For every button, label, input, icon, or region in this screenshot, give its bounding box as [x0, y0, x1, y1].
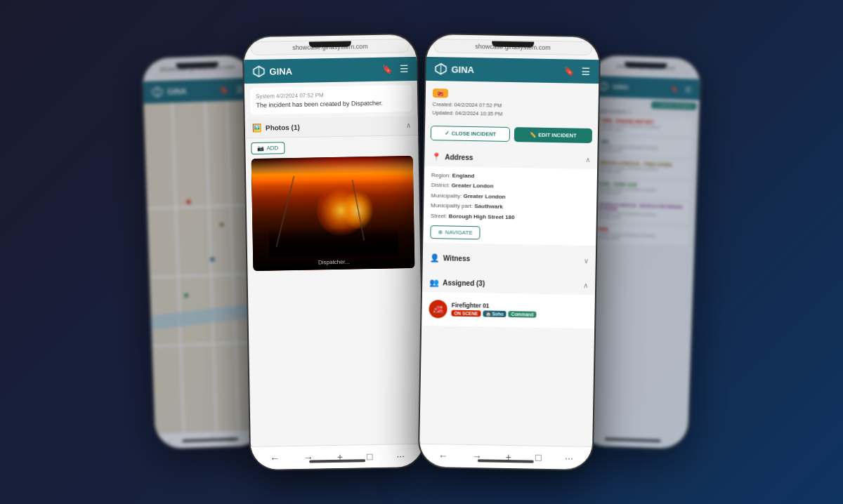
navigate-button[interactable]: ⊕ NAVIGATE — [430, 225, 481, 239]
bookmark-icon-cl[interactable]: 🔖 — [381, 65, 392, 74]
address-content: Region: England District: Greater London… — [423, 166, 597, 246]
app-name-cl: GINA — [269, 65, 292, 77]
system-message: System 4/2/2024 07:52 PM The incident ha… — [250, 85, 412, 114]
app-name-right: GINA — [613, 84, 629, 91]
location-icon: 📍 — [431, 152, 441, 161]
incident-dates: Created: 04/2/2024 07:52 PM Updated: 04/… — [432, 100, 591, 120]
phone-center-left: showcase.ginasystem.com GINA 🔖 ☰ — [242, 33, 426, 471]
updated-date: Updated: 04/2/2024 10:35 PM — [432, 109, 591, 120]
nav-more-cl[interactable]: ··· — [396, 450, 405, 461]
add-photo-button[interactable]: 📷 ADD — [251, 142, 285, 154]
bookmark-icon-left: 🔖 — [219, 85, 229, 94]
menu-icon-cl[interactable]: ☰ — [399, 63, 408, 74]
incident-info-2: 999 Greater London (Greater London) 22 F… — [601, 139, 688, 155]
logo-left: GINA — [152, 86, 187, 98]
action-buttons: ✓ CLOSE INCIDENT ✏️ EDIT INCIDENT — [425, 121, 599, 147]
witness-section-header[interactable]: 👤 Witness ∨ — [423, 248, 596, 270]
incident-info-3: MISCELLANEOUS - TREE DOWN Greater London… — [600, 160, 688, 176]
app-header-cr: GINA 🔖 ☰ — [426, 57, 599, 84]
header-icons-cr[interactable]: 🔖 ☰ — [563, 65, 590, 77]
bottom-nav-cl: ← → + □ ··· — [251, 444, 424, 470]
close-incident-label: CLOSE INCIDENT — [452, 131, 496, 138]
incident-info-4: CAR - JUNK CAR Greater London (Greater L… — [599, 181, 687, 197]
assigned-section: 👥 Assigned (3) ∧ 🚒 Firefighter 01 — [422, 273, 595, 329]
edit-incident-label: EDIT INCIDENT — [538, 132, 577, 139]
address-section: 📍 Address ∧ Region: England District: Gr… — [423, 147, 597, 246]
nav-sq-cl[interactable]: □ — [367, 451, 373, 462]
close-incident-button[interactable]: ✓ CLOSE INCIDENT — [431, 126, 510, 142]
assigned-label: Assigned (3) — [443, 279, 485, 287]
witness-label: Witness — [443, 254, 470, 263]
header-icons-cl[interactable]: 🔖 ☰ — [381, 63, 408, 75]
tag-command: Command — [509, 311, 537, 318]
bookmark-icon-right: 🔖 — [670, 85, 678, 92]
address-title: 📍 Address — [431, 152, 473, 162]
incident-item-1[interactable]: FIRE - ENGINE REPORT Greater London (Gre… — [595, 115, 693, 138]
assigned-chevron[interactable]: ∧ — [583, 281, 588, 289]
nav-back-cr[interactable]: ← — [438, 450, 448, 461]
phones-container: showcase.ginasystem.com GINA 🔖 ☰ — [0, 0, 843, 504]
photos-chevron-up[interactable]: ∧ — [406, 121, 411, 129]
pencil-icon: ✏️ — [530, 131, 536, 138]
bookmark-icon-cr[interactable]: 🔖 — [563, 66, 574, 76]
gina-logo-icon — [152, 86, 164, 98]
witness-title: 👤 Witness — [430, 253, 470, 263]
gina-logo-icon-cl — [252, 65, 265, 78]
system-label: System 4/2/2024 07:52 PM — [256, 91, 406, 100]
nav-back-left[interactable]: ← — [166, 437, 174, 445]
header-icons-left: 🔖 ☰ — [219, 84, 245, 95]
system-text: The incident has been created by Dispatc… — [256, 99, 406, 109]
incident-info-6: FIRE Greater London (Greater London) 22 … — [598, 227, 686, 243]
incident-item-6[interactable]: FIRE Greater London (Greater London) 22 … — [591, 224, 688, 246]
witness-chevron[interactable]: ∨ — [584, 257, 589, 265]
assigned-section-header[interactable]: 👥 Assigned (3) ∧ — [422, 273, 595, 295]
incident-info-5: SEARCH & RESCUE - SEARCH FOR PERSON IN W… — [599, 202, 686, 222]
person-icon: 👤 — [430, 253, 440, 263]
photos-label: Photos (1) — [266, 124, 300, 132]
app-header-cl: GINA 🔖 ☰ — [244, 57, 417, 84]
address-section-header[interactable]: 📍 Address ∧ — [424, 147, 597, 169]
firefighter-info: Firefighter 01 ON SCENE 🏠 Soho Command — [451, 302, 587, 319]
municipality-value: Greater London — [464, 193, 506, 200]
address-label: Address — [445, 153, 473, 161]
incident-badge: 🚒 — [433, 88, 448, 98]
image-icon: 🖼️ — [252, 124, 262, 133]
incident-item-2[interactable]: 999 Greater London (Greater London) 22 F… — [594, 136, 692, 159]
photos-section-header: 🖼️ Photos (1) ∧ — [245, 116, 418, 138]
street-row: Street: Borough High Street 180 — [431, 211, 589, 224]
photos-title: 🖼️ Photos (1) — [252, 123, 300, 133]
incident-header: 🚒 Created: 04/2/2024 07:52 PM Updated: 0… — [425, 81, 599, 124]
logo-cr: GINA — [434, 62, 474, 76]
fire-truck-icon: 🚒 — [437, 90, 444, 96]
tag-soho: Soho — [492, 312, 503, 317]
navigate-icon: ⊕ — [438, 229, 443, 235]
menu-icon-right: ☰ — [685, 86, 691, 93]
assigned-content: 🚒 Firefighter 01 ON SCENE 🏠 Soho — [422, 292, 595, 329]
region-value: England — [452, 173, 475, 180]
camera-icon: 📷 — [257, 145, 264, 152]
incident-item-3[interactable]: MISCELLANEOUS - TREE DOWN Greater London… — [594, 157, 691, 180]
assigned-item-ff01: 🚒 Firefighter 01 ON SCENE 🏠 Soho — [429, 296, 588, 324]
firefighter-tags: ON SCENE 🏠 Soho Command — [451, 310, 587, 319]
menu-icon-cr[interactable]: ☰ — [581, 66, 590, 77]
edit-incident-button[interactable]: ✏️ EDIT INCIDENT — [514, 127, 592, 143]
header-icons-right: 🔖 ☰ — [670, 85, 691, 93]
incident-item-5[interactable]: SEARCH & RESCUE - SEARCH FOR PERSON IN W… — [592, 199, 689, 225]
witness-section: 👤 Witness ∨ — [423, 248, 596, 270]
logo-right: GINA — [599, 81, 629, 92]
app-name-left: GINA — [167, 87, 187, 96]
add-label: ADD — [266, 145, 278, 151]
create-incident-button[interactable]: + CREATE INCIDENT — [651, 101, 696, 110]
nav-more-cr[interactable]: ··· — [565, 452, 573, 463]
nav-back-cl[interactable]: ← — [270, 452, 280, 463]
incident-info-1: FIRE - ENGINE REPORT Greater London (Gre… — [601, 118, 689, 134]
street-value: Borough High Street 180 — [449, 213, 515, 220]
nav-sq-cr[interactable]: □ — [535, 452, 542, 463]
assigned-title: 👥 Assigned (3) — [429, 278, 485, 288]
gina-logo-icon-cr — [434, 62, 447, 75]
photo-image — [251, 156, 415, 271]
address-chevron[interactable]: ∧ — [585, 156, 590, 164]
incident-item-4[interactable]: CAR - JUNK CAR Greater London (Greater L… — [593, 178, 691, 201]
group-icon: 👥 — [429, 278, 439, 287]
phone-center-right: showcase.ginasystem.com GINA 🔖 ☰ — [418, 33, 601, 471]
